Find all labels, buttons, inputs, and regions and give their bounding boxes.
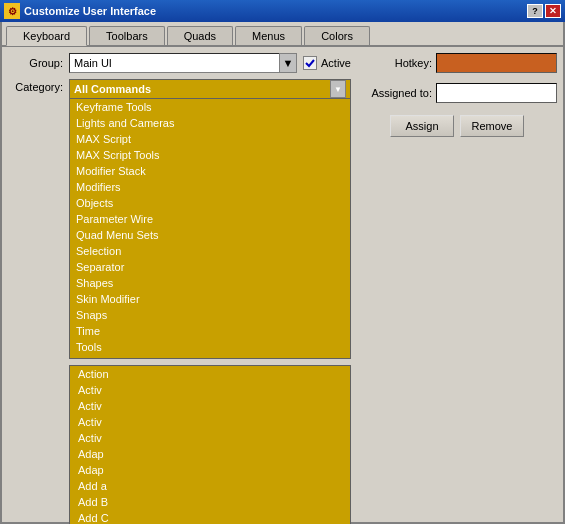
dropdown-item[interactable]: Objects [70, 195, 350, 211]
category-label: Category: [8, 79, 63, 93]
command-list-item[interactable]: Adap [70, 446, 350, 462]
close-button[interactable]: ✕ [545, 4, 561, 18]
command-list[interactable]: ActionActivActivActivActivAdapAdapAdd aA… [69, 365, 351, 524]
command-list-item[interactable]: Add a [70, 478, 350, 494]
active-checkbox-row: Active [303, 56, 351, 70]
tab-colors[interactable]: Colors [304, 26, 370, 45]
assign-button[interactable]: Assign [390, 115, 454, 137]
title-text: Customize User Interface [24, 5, 527, 17]
category-row: Category: All Commands ▼ Keyframe ToolsL… [8, 79, 351, 359]
content-area: Group: Main UI ▼ Active Category: [2, 47, 563, 524]
dropdown-item[interactable]: Modifiers [70, 179, 350, 195]
dropdown-item[interactable]: Keyframe Tools [70, 99, 350, 115]
command-list-area: ActionActivActivActivActivAdapAdapAdd aA… [69, 365, 351, 524]
remove-button[interactable]: Remove [460, 115, 524, 137]
command-list-item[interactable]: Activ [70, 414, 350, 430]
tab-keyboard[interactable]: Keyboard [6, 26, 87, 46]
category-dropdown-list: Keyframe ToolsLights and CamerasMAX Scri… [69, 99, 351, 359]
left-panel: Group: Main UI ▼ Active Category: [8, 53, 351, 524]
dropdown-item[interactable]: Modifier Stack [70, 163, 350, 179]
group-label: Group: [8, 57, 63, 69]
command-list-item[interactable]: Action [70, 366, 350, 382]
group-select-wrapper: Main UI ▼ [69, 53, 297, 73]
tab-bar: Keyboard Toolbars Quads Menus Colors [2, 22, 563, 47]
category-value: All Commands [74, 83, 330, 95]
dropdown-item[interactable]: Quad Menu Sets [70, 227, 350, 243]
assigned-label: Assigned to: [357, 87, 432, 99]
active-checkbox[interactable] [303, 56, 317, 70]
assigned-row: Assigned to: [357, 83, 557, 103]
title-bar-buttons: ? ✕ [527, 4, 561, 18]
hotkey-input[interactable] [436, 53, 557, 73]
group-row: Group: Main UI ▼ Active [8, 53, 351, 73]
dropdown-item[interactable]: Shapes [70, 275, 350, 291]
command-list-item[interactable]: Add B [70, 494, 350, 510]
assigned-input[interactable] [436, 83, 557, 103]
command-list-item[interactable]: Activ [70, 382, 350, 398]
hotkey-row: Hotkey: [357, 53, 557, 73]
hotkey-label: Hotkey: [357, 57, 432, 69]
dropdown-item[interactable]: MAX Script Tools [70, 147, 350, 163]
tab-toolbars[interactable]: Toolbars [89, 26, 165, 45]
title-bar: ⚙ Customize User Interface ? ✕ [0, 0, 565, 22]
dropdown-item[interactable]: Separator [70, 259, 350, 275]
category-dropdown-arrow[interactable]: ▼ [330, 80, 346, 98]
category-dropdown-container: All Commands ▼ Keyframe ToolsLights and … [69, 79, 351, 359]
command-list-item[interactable]: Adap [70, 462, 350, 478]
right-panel: Hotkey: Assigned to: Assign Remove [357, 53, 557, 524]
dropdown-item[interactable]: Track View [70, 355, 350, 359]
group-value: Main UI [69, 53, 297, 73]
main-window: Keyboard Toolbars Quads Menus Colors Gro… [0, 22, 565, 524]
dropdown-item[interactable]: Skin Modifier [70, 291, 350, 307]
command-list-item[interactable]: Activ [70, 430, 350, 446]
command-list-item[interactable]: Activ [70, 398, 350, 414]
dropdown-item[interactable]: Time [70, 323, 350, 339]
command-list-item[interactable]: Add C [70, 510, 350, 524]
group-dropdown-btn[interactable]: ▼ [279, 53, 297, 73]
dropdown-item[interactable]: Selection [70, 243, 350, 259]
app-icon: ⚙ [4, 3, 20, 19]
action-buttons-row: Assign Remove [357, 115, 557, 137]
dropdown-item[interactable]: Parameter Wire [70, 211, 350, 227]
help-button[interactable]: ? [527, 4, 543, 18]
active-label: Active [321, 57, 351, 69]
tab-menus[interactable]: Menus [235, 26, 302, 45]
dropdown-item[interactable]: Lights and Cameras [70, 115, 350, 131]
dropdown-item[interactable]: Tools [70, 339, 350, 355]
dropdown-item[interactable]: MAX Script [70, 131, 350, 147]
category-select-display[interactable]: All Commands ▼ [69, 79, 351, 99]
dropdown-item[interactable]: Snaps [70, 307, 350, 323]
tab-quads[interactable]: Quads [167, 26, 233, 45]
